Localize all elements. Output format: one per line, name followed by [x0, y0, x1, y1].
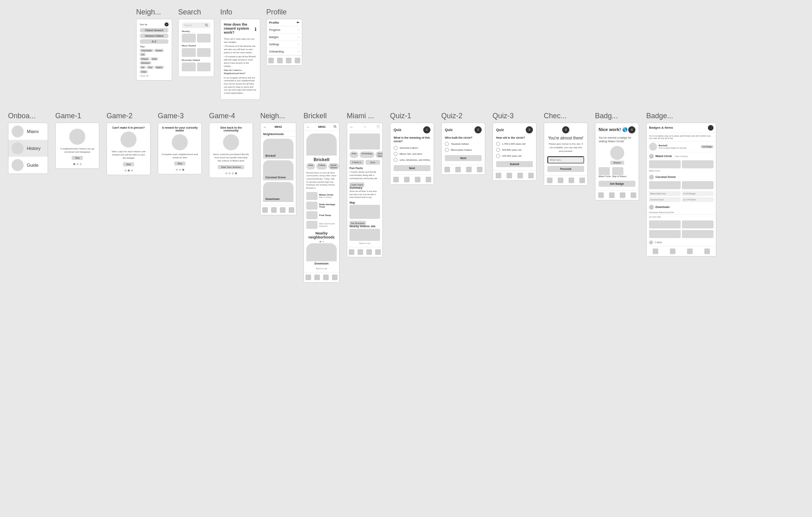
quiz2-next-btn[interactable]: Next	[445, 155, 482, 161]
quiz3-opt1[interactable]: 500-800 years old	[496, 148, 533, 152]
nav-heart-icon[interactable]	[366, 249, 372, 255]
nav-heart-icon[interactable]	[415, 177, 420, 182]
quiz-btn[interactable]: Quiz	[366, 160, 380, 165]
nav-bag-icon[interactable]	[358, 249, 363, 255]
nav-map-icon[interactable]	[306, 275, 311, 280]
back-arrow[interactable]: ←	[263, 125, 267, 129]
check-input[interactable]	[547, 156, 584, 164]
onboard-miami[interactable]: Miami	[8, 123, 48, 140]
nav-heart-icon[interactable]	[466, 167, 472, 172]
tag-2[interactable]: Art	[140, 53, 146, 56]
nav-heart-icon[interactable]	[286, 58, 291, 63]
quiz1-radio0[interactable]	[394, 146, 398, 150]
brickell-back-link[interactable]: Back to top	[306, 267, 337, 270]
nav-bag-icon[interactable]	[404, 177, 410, 182]
sort-az[interactable]: A-Z	[140, 39, 169, 44]
nav-heart-icon[interactable]	[620, 192, 625, 198]
brickell-back[interactable]: ←	[306, 125, 310, 129]
coconut-grove-item[interactable]: Coconut Grove	[263, 160, 293, 180]
nav-map-icon[interactable]	[262, 207, 268, 213]
game4-start-btn[interactable]: Start Your Journey	[218, 165, 244, 169]
nav-person-icon[interactable]	[704, 248, 710, 254]
quiz3-radio2[interactable]	[496, 154, 500, 158]
nav-map-icon[interactable]	[547, 178, 553, 183]
tag-5[interactable]: Museum	[140, 61, 151, 65]
neighborhoods-tab[interactable]: Neighborhoods	[261, 131, 296, 137]
miami-back[interactable]: ←	[350, 125, 354, 129]
quiz1-opt0[interactable]: Seminole Indians	[394, 146, 430, 150]
fred-soup-item[interactable]: Fred Soup	[306, 211, 337, 219]
quiz3-opt2[interactable]: 100-300 years old	[496, 154, 533, 158]
nav-map-icon[interactable]	[393, 177, 399, 182]
quiz2-opt1[interactable]: Miccosukee Indians	[445, 148, 482, 152]
nav-person-icon[interactable]	[528, 173, 534, 178]
quiz1-next-btn[interactable]: Next	[394, 165, 430, 171]
nav-map-icon[interactable]	[349, 249, 354, 255]
nav-bag-icon[interactable]	[455, 167, 461, 172]
tag-4[interactable]: Area	[151, 57, 159, 61]
clear-all[interactable]: Clear all	[140, 75, 169, 77]
miami-back-link[interactable]: Back to top	[350, 242, 380, 244]
quiz1-opt2[interactable]: unity, wholeness, and infinity	[394, 158, 430, 162]
nav-bag-icon[interactable]	[271, 207, 277, 213]
nav-heart-icon[interactable]	[280, 207, 285, 213]
nav-person-icon[interactable]	[295, 58, 300, 63]
bi-get-badge[interactable]: Get Badge	[701, 145, 714, 148]
game2-skip-btn[interactable]: Skip	[123, 162, 134, 166]
nav-bag-icon[interactable]	[506, 173, 512, 178]
nav-heart-icon[interactable]	[687, 248, 693, 254]
checkin-btn[interactable]: Check in	[350, 160, 364, 165]
tag-1[interactable]: Ocean	[154, 49, 164, 52]
profile-edit-icon[interactable]: ✏	[297, 21, 299, 24]
ancient-mysteries-item[interactable]: Metro Ral Ancient Mysteries	[306, 221, 337, 229]
nav-map-icon[interactable]	[598, 192, 604, 198]
check-proceed-btn[interactable]: Proceed	[547, 166, 584, 172]
profile-badges[interactable]: Badges ›	[267, 34, 302, 41]
sort-oldest-newest[interactable]: Oldest-Newest	[140, 28, 169, 32]
profile-progress[interactable]: Progress ›	[267, 26, 302, 34]
quiz2-radio1[interactable]	[445, 148, 449, 152]
profile-settings[interactable]: Settings ›	[267, 41, 302, 48]
nav-heart-icon[interactable]	[517, 173, 523, 178]
tag-8[interactable]: Space	[155, 66, 164, 69]
nav-person-icon[interactable]	[426, 177, 431, 182]
nav-map-icon[interactable]	[268, 58, 274, 63]
quiz3-radio1[interactable]	[496, 148, 500, 152]
dade-trust-item[interactable]: Dade Heritage Trust	[306, 202, 337, 210]
nav-person-icon[interactable]	[631, 192, 636, 198]
tag-0[interactable]: CityCenter	[140, 49, 153, 52]
tag-6[interactable]: Art	[140, 66, 146, 69]
quiz3-submit-btn[interactable]: Submit	[496, 161, 533, 167]
nav-bag-icon[interactable]	[314, 275, 320, 280]
miami-circle-item[interactable]: Miami Circle Map of History	[306, 192, 337, 200]
game1-skip-btn[interactable]: Skip	[72, 156, 83, 160]
nav-map-icon[interactable]	[496, 173, 501, 178]
nav-bag-icon[interactable]	[277, 58, 283, 63]
quiz2-opt0[interactable]: Tequesta Indians	[445, 142, 482, 146]
quiz2-radio0[interactable]	[445, 142, 449, 146]
nav-heart-icon[interactable]	[569, 178, 574, 183]
get-badge-btn[interactable]: Get Badge	[599, 181, 635, 187]
search-bar[interactable]: Search	[182, 22, 211, 28]
miami-favorite[interactable]: ♡	[376, 125, 380, 129]
quiz1-radio2[interactable]	[394, 158, 398, 162]
nav-bag-icon[interactable]	[558, 178, 563, 183]
quiz3-opt0[interactable]: 1,700-2,000 years old	[496, 142, 533, 146]
tag-9[interactable]: Area	[140, 70, 148, 73]
nav-map-icon[interactable]	[653, 248, 658, 254]
tag-3[interactable]: Places	[140, 57, 150, 61]
nav-person-icon[interactable]	[375, 249, 381, 255]
nav-bag-icon[interactable]	[609, 192, 615, 198]
quiz3-radio0[interactable]	[496, 142, 500, 146]
downtown-item[interactable]: Downtown	[263, 182, 293, 202]
tag-7[interactable]: City	[147, 66, 153, 69]
game3-skip-btn[interactable]: Skip	[174, 162, 185, 166]
brickell-search-icon[interactable]	[334, 125, 337, 128]
onboard-history[interactable]: History	[8, 140, 48, 157]
quiz1-radio1[interactable]	[394, 152, 398, 156]
nav-person-icon[interactable]	[289, 207, 294, 213]
nav-person-icon[interactable]	[579, 178, 585, 183]
nav-person-icon[interactable]	[332, 275, 338, 280]
nav-person-icon[interactable]	[477, 167, 482, 172]
brickell-item[interactable]: Brickell	[263, 139, 293, 159]
